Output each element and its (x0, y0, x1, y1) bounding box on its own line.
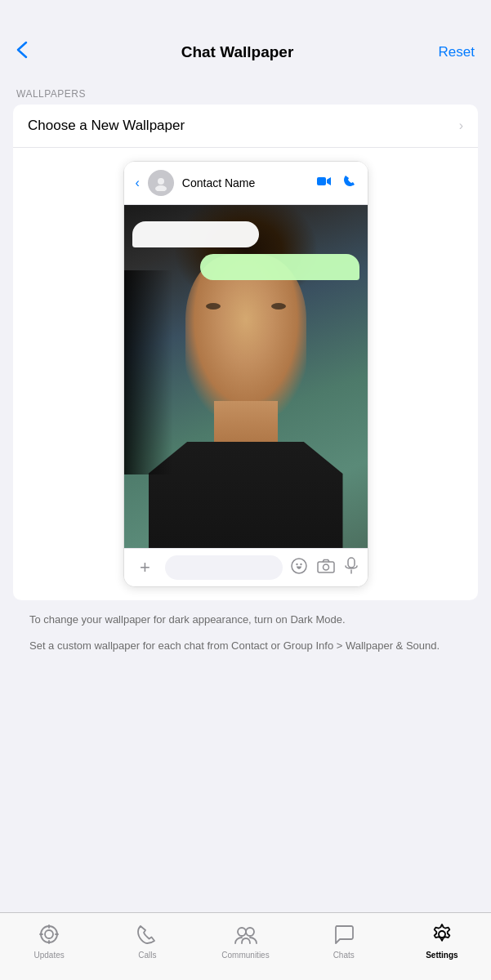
chevron-right-icon: › (459, 118, 463, 133)
svg-point-17 (246, 928, 254, 936)
svg-point-10 (41, 926, 57, 942)
add-attachment-icon: + (134, 557, 157, 578)
description-text-2: Set a custom wallpaper for each chat fro… (29, 638, 462, 654)
svg-point-3 (292, 559, 306, 573)
svg-point-0 (158, 178, 164, 185)
back-button[interactable] (16, 41, 49, 64)
phone-header-icons (317, 175, 356, 191)
phone-mockup: ‹ Contact Name (123, 161, 368, 587)
sent-bubble (200, 254, 359, 280)
settings-icon (431, 924, 453, 948)
tab-bar: Updates Calls Communities (0, 912, 491, 980)
tab-chats[interactable]: Chats (295, 913, 393, 964)
calls-icon (136, 924, 158, 948)
camera-icon (317, 559, 335, 577)
chat-bubbles (132, 221, 359, 280)
description-text-1: To change your wallpaper for dark appear… (29, 612, 462, 628)
svg-point-16 (238, 928, 246, 936)
updates-icon (38, 924, 60, 948)
tab-calls-label: Calls (138, 951, 156, 960)
tab-settings[interactable]: Settings (393, 913, 491, 964)
phone-chat-footer: + (124, 548, 368, 586)
svg-rect-2 (317, 177, 326, 185)
tab-chats-label: Chats (333, 951, 355, 960)
tab-communities-label: Communities (221, 951, 269, 960)
page-title: Chat Wallpaper (49, 43, 426, 61)
phone-chat-header: ‹ Contact Name (124, 162, 368, 205)
wallpaper-card: Choose a New Wallpaper › ‹ Contact Name (13, 105, 478, 600)
svg-point-5 (300, 563, 301, 564)
phone-back-icon: ‹ (136, 176, 140, 190)
chats-icon (333, 924, 355, 948)
header: Chat Wallpaper Reset (0, 0, 491, 75)
reset-button[interactable]: Reset (426, 44, 475, 60)
svg-point-18 (439, 931, 445, 938)
footer-action-icons (291, 557, 358, 579)
sticker-icon (291, 558, 307, 578)
svg-point-7 (323, 564, 328, 570)
tab-updates[interactable]: Updates (0, 913, 98, 964)
microphone-icon (345, 557, 358, 579)
phone-contact-name: Contact Name (182, 176, 309, 189)
tab-communities[interactable]: Communities (196, 913, 294, 964)
description-area: To change your wallpaper for dark appear… (13, 600, 478, 675)
svg-rect-6 (318, 562, 334, 572)
wallpaper-preview-container: ‹ Contact Name (26, 148, 465, 600)
tab-updates-label: Updates (33, 951, 64, 960)
svg-rect-8 (348, 558, 355, 568)
message-input-preview (165, 555, 283, 580)
svg-point-11 (45, 930, 53, 938)
wallpapers-section-label: WALLPAPERS (0, 75, 491, 105)
tab-settings-label: Settings (426, 951, 458, 960)
phone-call-icon (343, 175, 356, 191)
choose-wallpaper-label: Choose a New Wallpaper (28, 118, 185, 134)
svg-point-4 (296, 563, 297, 564)
communities-icon (234, 924, 258, 948)
tab-calls[interactable]: Calls (98, 913, 196, 964)
video-call-icon (317, 176, 332, 190)
svg-point-1 (155, 185, 167, 191)
phone-chat-body (124, 205, 368, 548)
phone-contact-avatar (148, 170, 174, 196)
choose-wallpaper-row[interactable]: Choose a New Wallpaper › (13, 105, 478, 148)
received-bubble (132, 221, 259, 247)
